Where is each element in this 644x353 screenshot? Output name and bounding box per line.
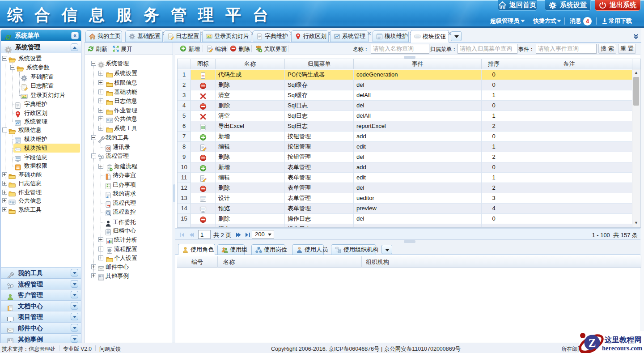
svg-text:Z: Z <box>589 337 596 349</box>
svg-text:这里教程网: 这里教程网 <box>604 336 642 344</box>
svg-text:herecours.com: herecours.com <box>602 344 642 352</box>
svg-text:<>: <> <box>201 74 205 78</box>
